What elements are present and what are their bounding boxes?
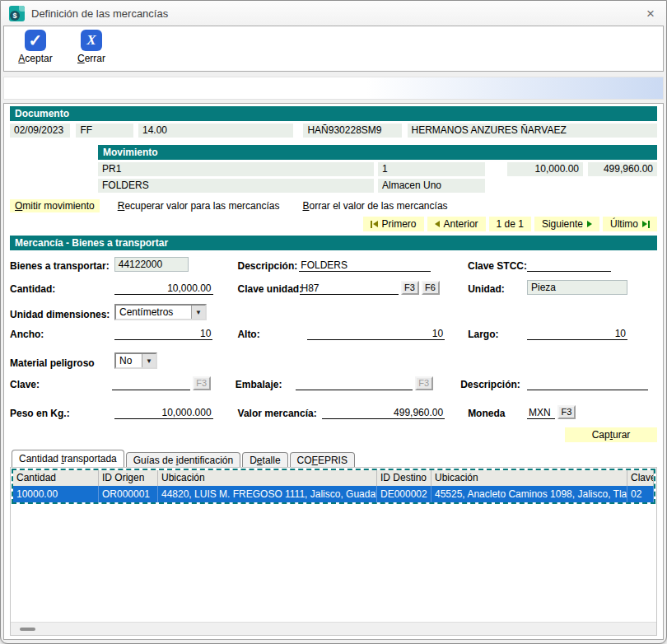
embalaje-label: Embalaje: xyxy=(236,379,296,390)
material-peligroso-select[interactable]: No ▼ xyxy=(114,352,157,369)
movimiento-producto-codigo: PR1 xyxy=(98,162,374,176)
title-bar: $ Definición de las mercancías × xyxy=(1,1,666,26)
descripcion2-input[interactable] xyxy=(527,377,648,390)
cantidad-transportada-grid: Cantidad ID Origen Ubicación ID Destino … xyxy=(10,467,657,636)
documento-folio: 14.00 xyxy=(138,124,293,138)
mercancia-section-header: Mercancía - Bienes a transportar xyxy=(10,236,657,250)
nav-next-button[interactable]: Siguiente xyxy=(534,217,599,231)
unidad-dimensiones-label: Unidad dimensiones: xyxy=(10,309,114,320)
bienes-value-field: 44122000 xyxy=(114,257,189,272)
record-navigation: Primero Anterior 1 de 1 Siguiente Último xyxy=(10,217,657,231)
main-toolbar: ✓ Aceptar X Cerrar xyxy=(3,26,664,72)
movimiento-almacen: Almacen Uno xyxy=(378,179,485,193)
movimiento-section: Movimiento PR1 1 10,000.00 499,960.00 FO… xyxy=(98,145,657,193)
cell-id-destino: DE000002 xyxy=(377,486,431,502)
embalaje-f3-button: F3 xyxy=(415,376,433,390)
clave-unidad-f6-button[interactable]: F6 xyxy=(422,281,440,295)
cell-ubicacion-destino: 45525, Anacleto Caminos 1098, Jalisco, T… xyxy=(431,486,627,502)
tab-guias-identificacion[interactable]: Guías de identificación xyxy=(126,452,240,467)
movimiento-unidades: 1 xyxy=(378,162,485,176)
clave-unidad-f3-button[interactable]: F3 xyxy=(401,281,419,295)
peso-input[interactable]: 10,000.000 xyxy=(114,406,213,419)
capturar-button[interactable]: Capturar xyxy=(565,427,657,442)
nav-first-button[interactable]: Primero xyxy=(363,217,424,231)
borrar-valor-button[interactable]: Borrar el valor de las mercancías xyxy=(297,199,452,212)
movimiento-importe: 499,960.00 xyxy=(588,162,657,176)
nav-position-label: 1 de 1 xyxy=(489,217,531,231)
ancho-input[interactable]: 10 xyxy=(114,327,213,340)
chevron-down-icon[interactable]: ▼ xyxy=(142,354,156,367)
grid-header-row: Cantidad ID Origen Ubicación ID Destino … xyxy=(13,470,654,486)
clave-label: Clave: xyxy=(10,379,112,390)
window-title: Definición de las mercancías xyxy=(31,7,645,20)
dialog-content: Documento 02/09/2023 FF 14.00 HAÑ930228S… xyxy=(3,103,664,640)
previous-icon xyxy=(435,221,440,227)
cell-id-origen: OR000001 xyxy=(99,486,158,502)
tab-detalle[interactable]: Detalle xyxy=(242,452,287,467)
largo-label: Largo: xyxy=(468,329,527,340)
tab-cantidad-transportada[interactable]: Cantidad transportada xyxy=(12,450,124,467)
close-icon[interactable]: × xyxy=(645,7,656,21)
cell-cantidad: 10000.00 xyxy=(13,486,99,502)
clave-unidad-label: Clave unidad: xyxy=(238,283,300,295)
tab-cofepris[interactable]: COFEPRIS xyxy=(290,452,355,467)
gradient-banner xyxy=(3,77,664,100)
moneda-label: Moneda xyxy=(468,408,527,419)
grid-row-selected[interactable]: 10000.00 OR000001 44820, LUIS M. FREGOSO… xyxy=(13,486,654,502)
valor-mercancia-label: Valor mercancía: xyxy=(238,408,323,419)
recuperar-valor-button[interactable]: Recuperar valor para las mercancías xyxy=(113,199,285,212)
clave-input[interactable] xyxy=(112,377,190,390)
column-header-id-origen: ID Origen xyxy=(99,470,158,486)
check-icon: ✓ xyxy=(25,30,46,51)
nav-previous-button[interactable]: Anterior xyxy=(427,217,486,231)
column-header-id-destino: ID Destino xyxy=(377,470,431,486)
descripcion2-label: Descripción: xyxy=(460,379,527,390)
movimiento-producto-nombre: FOLDERS xyxy=(98,179,374,193)
cell-clave: 02 xyxy=(627,486,654,502)
unidad-label: Unidad: xyxy=(468,283,527,295)
grid-focus-marquee: Cantidad ID Origen Ubicación ID Destino … xyxy=(12,469,655,504)
documento-section-header: Documento xyxy=(10,106,657,121)
column-header-clave: Clave del xyxy=(627,470,654,486)
unidad-dimensiones-select[interactable]: Centímetros ▼ xyxy=(114,304,207,320)
last-icon xyxy=(642,221,650,228)
alto-input[interactable]: 10 xyxy=(307,327,445,340)
material-peligroso-label: Material peligroso xyxy=(10,357,114,369)
close-button[interactable]: X Cerrar xyxy=(70,30,113,68)
alto-label: Alto: xyxy=(237,329,299,340)
embalaje-input[interactable] xyxy=(296,377,413,390)
clave-f3-button: F3 xyxy=(193,376,211,390)
column-header-ubicacion-destino: Ubicación xyxy=(431,470,627,486)
accept-label: Aceptar xyxy=(18,53,52,64)
next-icon xyxy=(587,221,592,227)
accept-button[interactable]: ✓ Aceptar xyxy=(14,30,57,68)
first-icon xyxy=(371,221,378,228)
omitir-movimiento-button[interactable]: Omitir movimiento xyxy=(10,199,100,212)
cantidad-label: Cantidad: xyxy=(10,283,114,295)
nav-last-button[interactable]: Último xyxy=(603,217,657,231)
bienes-label: Bienes a transportar: xyxy=(10,260,114,272)
peso-label: Peso en Kg.: xyxy=(10,408,114,419)
dialog-window: $ Definición de las mercancías × ✓ Acept… xyxy=(0,0,667,644)
scrollbar-thumb[interactable] xyxy=(20,628,35,631)
clave-unidad-input[interactable]: H87 xyxy=(300,282,399,295)
chevron-down-icon[interactable]: ▼ xyxy=(191,306,205,319)
clave-stcc-input[interactable] xyxy=(527,259,611,272)
horizontal-scrollbar[interactable] xyxy=(11,622,656,635)
moneda-f3-button[interactable]: F3 xyxy=(557,405,576,419)
movimiento-section-header: Movimiento xyxy=(98,145,657,160)
descripcion-label: Descripción: xyxy=(238,260,300,272)
ancho-label: Ancho: xyxy=(10,329,114,340)
moneda-input[interactable]: MXN xyxy=(527,406,555,419)
column-header-ubicacion-origen: Ubicación xyxy=(158,470,377,486)
clave-stcc-label: Clave STCC: xyxy=(468,260,527,272)
largo-input[interactable]: 10 xyxy=(527,327,627,340)
documento-rfc: HAÑ930228SM9 xyxy=(303,124,401,138)
descripcion-input[interactable]: FOLDERS xyxy=(299,259,431,272)
unidad-value-field: Pieza xyxy=(527,280,627,295)
valor-mercancia-input[interactable]: 499,960.00 xyxy=(322,406,445,419)
documento-cliente: HERMANOS ANZURES ÑARVAEZ xyxy=(408,124,658,138)
column-header-cantidad: Cantidad xyxy=(13,470,99,486)
app-dollar-document-icon: $ xyxy=(9,6,25,21)
cantidad-input[interactable]: 10,000.00 xyxy=(114,282,213,295)
